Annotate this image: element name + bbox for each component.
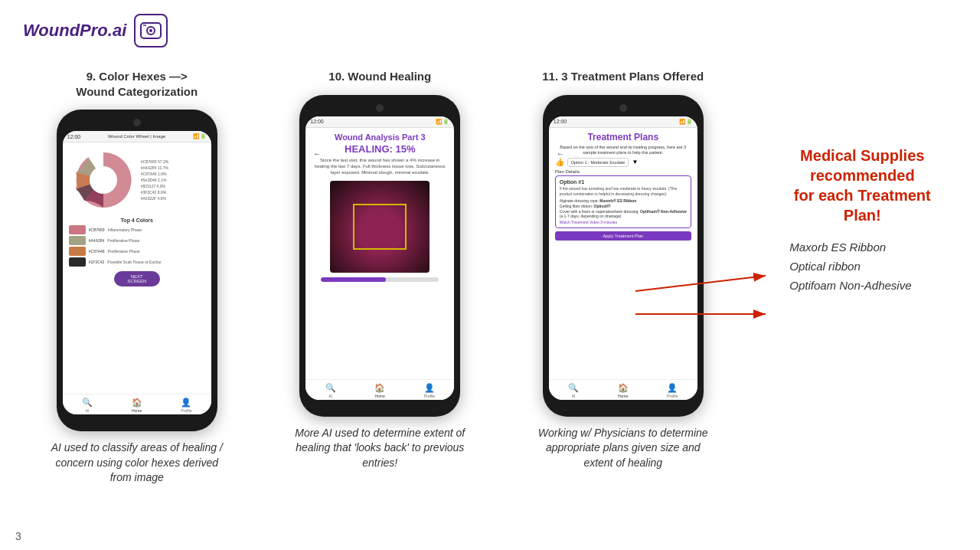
home-icon-3: 🏠	[618, 383, 629, 393]
color-row-3: #C87A46 Proliferative Phase	[69, 247, 205, 256]
supplies-title-line3: for each Treatment Plan!	[794, 187, 931, 224]
supplies-title: Medical Supplies recommended for each Tr…	[782, 146, 942, 225]
top4-section: Top 4 Colors #CB7683 Inflammatory Phase …	[63, 218, 211, 267]
search-icon-1: 🔍	[82, 398, 93, 408]
phone-camera-2	[376, 104, 384, 112]
back-arrow-2[interactable]: ←	[313, 149, 321, 158]
profile-icon-1: 👤	[181, 398, 191, 408]
nav-profile-1[interactable]: 👤 Profile	[181, 398, 191, 413]
wound-inner	[330, 181, 430, 273]
section1-caption: AI used to classify areas of healing / c…	[49, 440, 225, 486]
product-3: Cover with a foam or superabsorbent dres…	[560, 209, 687, 218]
supplies-title-line2: recommended	[810, 167, 915, 184]
phone-screen-2: 12:00 📶🔋 ← Wound Analysis Part 3 HEALING…	[305, 116, 454, 400]
phone-3: 12:00 📶🔋 ← Treatment Plans Based on the …	[543, 95, 704, 417]
section1-title: 9. Color Hexes —> Wound Categorization	[76, 69, 198, 99]
swatch-2	[69, 236, 86, 245]
phone-nav-1: 🔍 AI 🏠 Home 👤 Profile	[63, 394, 211, 414]
healing-label: HEALING: 15%	[313, 143, 446, 155]
option-title: Option #1	[560, 179, 687, 185]
donut-chart	[69, 146, 138, 214]
phone-screen-1: 12:00 Wound Color Wheel | Image 📶🔋	[63, 131, 211, 414]
nav-profile-3[interactable]: 👤 Profile	[667, 383, 678, 398]
option-box: Option #1 If the wound has tunneling and…	[555, 175, 691, 228]
nav-home-1[interactable]: 🏠 Home	[132, 398, 142, 413]
color-code-1: #CB7683	[89, 228, 105, 232]
nav-ai-1[interactable]: 🔍 AI	[82, 398, 93, 413]
page-number: 3	[15, 530, 21, 542]
option-text: If the wound has tunneling and has moder…	[560, 186, 687, 197]
section-wound-healing: 10. Wound Healing 12:00 📶🔋 ← Wound Analy…	[280, 69, 479, 470]
header: WoundPro.ai	[0, 0, 980, 61]
phone-nav-2: 🔍 AI 🏠 Home 👤 Profile	[305, 379, 454, 400]
color-phase-3: Proliferative Phase	[108, 249, 140, 254]
phone-2: 12:00 📶🔋 ← Wound Analysis Part 3 HEALING…	[299, 95, 460, 417]
section2-caption: More AI used to determine extent of heal…	[292, 426, 468, 471]
section3-caption: Working w/ Physicians to determine appro…	[535, 426, 711, 471]
home-icon-2: 🏠	[374, 383, 385, 393]
home-icon-1: 🏠	[132, 398, 142, 408]
logo-text: WoundPro.ai	[23, 21, 126, 41]
supply-item-1: Maxorb ES Ribbon	[789, 241, 911, 254]
wound-rect	[353, 204, 407, 250]
product-2: Gelling fiber ribbon: Opticell®	[560, 204, 687, 208]
profile-icon-3: 👤	[667, 383, 678, 393]
color-code-3: #C87A46	[89, 249, 105, 254]
nav-ai-3[interactable]: 🔍 AI	[568, 383, 579, 398]
section-color-hexes: 9. Color Hexes —> Wound Categorization 1…	[38, 69, 237, 486]
watch-link[interactable]: Watch Treatment Video 3-minutes	[560, 220, 687, 224]
screen1-topbar: 12:00 Wound Color Wheel | Image 📶🔋	[63, 131, 211, 142]
wound-description: Since the last visit, this wound has sho…	[313, 157, 446, 176]
phone-nav-3: 🔍 AI 🏠 Home 👤 Profile	[549, 379, 697, 400]
section3-title: 11. 3 Treatment Plans Offered	[542, 69, 704, 84]
supply-item-2: Optical ribbon	[789, 260, 911, 273]
thumb-icon: 👍	[555, 158, 564, 166]
screen2-topbar: 12:00 📶🔋	[305, 116, 454, 128]
treatment-desc: Based on the size of the wound and its h…	[549, 145, 697, 156]
phone-camera-1	[133, 119, 141, 126]
nav-home-3[interactable]: 🏠 Home	[618, 383, 629, 398]
color-phase-4: Possible Scab Tissue or Eschar	[107, 260, 161, 264]
progress-bar-area	[321, 277, 439, 282]
swatch-4	[69, 257, 86, 267]
screen2-content: Wound Analysis Part 3 HEALING: 15% Since…	[305, 128, 454, 286]
nav-home-2[interactable]: 🏠 Home	[374, 383, 385, 398]
plan-details-label: Plan Details:	[549, 169, 697, 174]
next-screen-button[interactable]: NEXT SCREEN	[114, 271, 160, 286]
color-labels: #CB7683 57.2% #A4A284 11.7% #C87A46 1.6%…	[141, 159, 168, 201]
dropdown-chevron-icon[interactable]: ▼	[632, 159, 638, 165]
supplies-title-line1: Medical Supplies	[800, 147, 924, 164]
option-dropdown[interactable]: Option 1 - Moderate Exudate	[567, 158, 629, 167]
phone-1: 12:00 Wound Color Wheel | Image 📶🔋	[57, 110, 217, 431]
nav-ai-2[interactable]: 🔍 AI	[325, 383, 336, 398]
product-1: Alginate dressing rope: Maxorb® ES Ribbo…	[560, 198, 687, 203]
screen3-topbar: 12:00 📶🔋	[549, 116, 697, 128]
color-code-2: #A4A284	[89, 238, 105, 243]
supplies-section: Medical Supplies recommended for each Tr…	[766, 69, 942, 298]
supplies-list: Maxorb ES Ribbon Optical ribbon Optifoam…	[782, 241, 911, 298]
svg-point-4	[90, 166, 117, 194]
back-arrow-3[interactable]: ←	[557, 149, 564, 158]
swatch-3	[69, 247, 86, 256]
color-row-2: #A4A284 Proliferative Phase	[69, 236, 205, 245]
nav-profile-2[interactable]: 👤 Profile	[424, 383, 435, 398]
color-phase-1: Inflammatory Phase	[108, 228, 142, 232]
logo-icon	[134, 14, 168, 47]
color-row-4: #1F3C42 Possible Scab Tissue or Eschar	[69, 257, 205, 267]
top4-title: Top 4 Colors	[69, 218, 205, 223]
wound-analysis-header: Wound Analysis Part 3	[313, 133, 446, 142]
wound-image	[330, 181, 430, 273]
supply-item-3: Optifoam Non-Adhesive	[789, 279, 911, 292]
section-treatment-plans: 11. 3 Treatment Plans Offered 12:00 📶🔋 ←…	[524, 69, 723, 470]
color-wheel-area: #CB7683 57.2% #A4A284 11.7% #C87A46 1.6%…	[63, 142, 211, 218]
svg-point-2	[149, 29, 152, 32]
apply-btn[interactable]: Apply Treatment Plan	[555, 231, 691, 241]
progress-bar-fill	[321, 277, 386, 282]
progress-bar-bg	[321, 277, 439, 282]
option-select-area: 👍 Option 1 - Moderate Exudate ▼	[549, 158, 697, 167]
section2-title: 10. Wound Healing	[328, 69, 431, 84]
treatment-plans-header: Treatment Plans	[549, 128, 697, 145]
phone-camera-3	[619, 104, 627, 112]
swatch-1	[69, 225, 86, 234]
search-icon-2: 🔍	[325, 383, 336, 393]
